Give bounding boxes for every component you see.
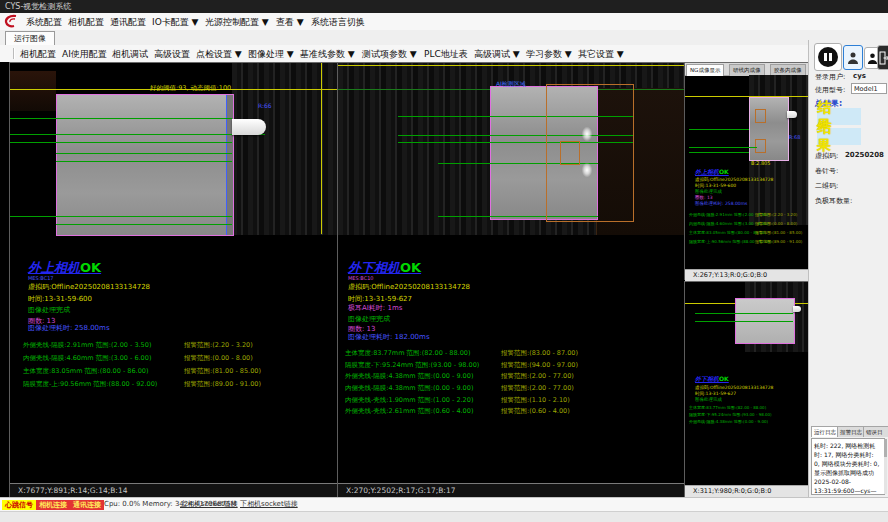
camera-panel-lower-outer: AI检测区域 外下相机OK MES:BC10 虚拟码:Offline202502… [337, 62, 684, 497]
camera-title: 外上相机OK [695, 169, 729, 176]
measurement-text: 外侧壳线-隔膜:4.38mm 范围:(0.00 - 9.00) [689, 420, 768, 424]
alarm-range-text: 报警范围:(89.00 - 91.00) [184, 381, 261, 388]
measurement-text: 主体宽度:83.77mm 范围:(82.00 - 88.00) [345, 350, 470, 357]
tool-image-processing[interactable]: 图像处理 ▼ [248, 48, 294, 61]
menu-item-view[interactable]: 查看 ▼ [276, 16, 304, 29]
tool-baseline-params[interactable]: 基准线参数 ▼ [300, 48, 355, 61]
ai-detection-subrect [755, 109, 766, 123]
alarm-range-text: 报警范围:(1.10 - 2.10) [501, 397, 570, 404]
measurement-text: 内侧壳线-隔膜:4.38mm 范围:(0.00 - 9.00) [345, 385, 473, 392]
menu-item-system-config[interactable]: 系统配置 [26, 16, 62, 29]
camera-name: 外下相机 [695, 375, 719, 382]
overlay-line [10, 142, 232, 143]
window-title: CYS-视觉检测系统 [5, 2, 71, 11]
tool-advanced-settings[interactable]: 高级设置 [154, 48, 190, 61]
ai-elapsed-line: 极耳AI耗时: 1ms [348, 305, 402, 313]
tab-alarm-log[interactable]: 报警日志 [837, 426, 865, 437]
ai-detection-subrect [755, 139, 766, 153]
qr-code-label: 二维码: [815, 181, 838, 191]
battery-photo[interactable] [56, 94, 234, 236]
ai-region-label: AI检测区域 [496, 81, 526, 88]
tool-test-params[interactable]: 测试项参数 ▼ [362, 48, 417, 61]
login-user-label: 登录用户: [815, 72, 845, 82]
model-value-box[interactable]: Model1 [851, 83, 887, 94]
camera-status-badge: 相机连接 [36, 500, 70, 510]
reflection-glint [582, 163, 592, 177]
result-ok-label: OK [400, 260, 421, 275]
overlay-line [321, 63, 322, 234]
pause-icon [818, 47, 838, 67]
tool-learning-params[interactable]: 学习参数 ▼ [526, 48, 572, 61]
result-ok-label: OK [80, 260, 101, 275]
overlay-line [56, 153, 232, 154]
exit-button[interactable] [877, 45, 888, 70]
alarm-range-text: 报警范围:(83.00 - 87.00) [501, 350, 578, 357]
user-login-button[interactable] [843, 45, 863, 70]
measurement-text: 内侧壳线-壳线:1.90mm 范围:(1.00 - 2.20) [345, 397, 473, 404]
exit-door-icon [879, 51, 888, 65]
ng-preview-panel: NG成像显示 研线内成像 胶条内成像 R:68 B:2.805 外上相机OK 虚… [684, 62, 810, 280]
heartbeat-status-badge: 心跳信号 [2, 500, 36, 510]
overlay-line [685, 96, 811, 97]
measurement-text: 内侧壳线-隔膜:4.60mm 范围:(3.00 - 6.00) [23, 355, 151, 362]
model-label: 使用型号: [815, 85, 845, 95]
tab-run-image[interactable]: 运行图像 [5, 31, 55, 45]
overlay-line [56, 224, 232, 225]
threshold-overlay-label: 好的阈值:93, 动态阈值:100 [150, 85, 231, 92]
measurement-text: 外侧壳线-壳线:2.61mm 范围:(0.60 - 4.00) [345, 408, 473, 415]
pixel-coordinate-readout: X:7677;Y:891;R:14;G:14;B:14 [10, 483, 337, 497]
alarm-range-text: 报警范围:(2.20 - 3.20) [184, 342, 253, 349]
tab-run-log[interactable]: 运行日志 [811, 426, 839, 437]
pause-button[interactable] [814, 43, 842, 71]
menu-item-language-switch[interactable]: 系统语言切换 [311, 16, 365, 29]
tool-camera-debug[interactable]: 相机调试 [112, 48, 148, 61]
tool-ai-config[interactable]: AI使用配置 [62, 48, 107, 61]
toolbar: 相机配置 AI使用配置 相机调试 高级设置 点检设置 ▼ 图像处理 ▼ 基准线参… [0, 45, 888, 63]
tool-spot-check[interactable]: 点检设置 ▼ [196, 48, 242, 61]
overlay-line [10, 118, 232, 119]
menu-bar: 系统配置 相机配置 通讯配置 IO卡配置 ▼ 光源控制配置 ▼ 查看 ▼ 系统语… [0, 13, 888, 31]
winding-pin-label: 卷针号: [815, 166, 838, 176]
menu-item-camera-config[interactable]: 相机配置 [68, 16, 104, 29]
lower-camera-socket-link[interactable]: 下相机socket链接 [240, 501, 298, 509]
mes-tag: MES:BC17 [28, 276, 54, 282]
mes-tag: MES:BC10 [348, 276, 374, 282]
overlay-line [689, 129, 749, 130]
alarm-range-text: 报警范围:(94.00 - 97.00) [501, 362, 578, 369]
virtual-code-value: 20250208 [845, 151, 884, 159]
tab-error-log[interactable]: 错误日志 [863, 426, 888, 437]
upper-camera-socket-link[interactable]: 上相机socket链接 [180, 501, 238, 509]
result-ok-label: OK [719, 168, 729, 175]
virtual-code-label: 虚拟码: [815, 151, 838, 161]
camera-title: 外上相机OK [28, 261, 101, 275]
tab-ng-display[interactable]: NG成像显示 [686, 64, 724, 76]
tool-other-settings[interactable]: 其它设置 ▼ [578, 48, 624, 61]
measurement-text: 主体宽度:83.77mm 范围:(82.00 - 88.00) [689, 406, 766, 410]
separator-tab-blob [793, 306, 801, 312]
process-done-line: 图像处理完成 [348, 316, 390, 324]
result-display-lower: 结 果 [817, 128, 861, 145]
title-bar[interactable]: CYS-视觉检测系统 [0, 0, 888, 13]
comm-status-badge: 通讯连接 [70, 500, 104, 510]
overlay-line [10, 134, 265, 135]
coords-text: X:311;Y:980;R:0;G:0;B:0 [693, 487, 771, 495]
measurement-text: 隔膜宽度-下:95.24mm 范围:(93.00 - 98.00) [345, 362, 479, 369]
tool-camera-config[interactable]: 相机配置 [20, 48, 56, 61]
machinery-corner [10, 71, 56, 111]
overlay-line [56, 161, 232, 162]
pixel-coordinate-readout: X:311;Y:980;R:0;G:0;B:0 [685, 485, 810, 497]
separator-tab-blob [232, 119, 266, 135]
coords-text: X:270;Y:2502;R:17;G:17;B:17 [346, 486, 455, 495]
log-scrollbar-thumb[interactable] [884, 439, 887, 457]
measurement-text: 主体宽度:83.05mm 范围:(80.00 - 86.00) [23, 368, 148, 375]
tool-plc-address[interactable]: PLC地址表 [424, 48, 468, 61]
alarm-range-text: 报警范围:(0.60 - 4.00) [501, 408, 570, 415]
menu-item-io-config[interactable]: IO卡配置 ▼ [152, 16, 199, 29]
toolbar-grip[interactable] [13, 48, 15, 59]
alarm-range-text: 报警范围:(0.00 - 8.00) [184, 355, 253, 362]
menu-item-comm-config[interactable]: 通讯配置 [110, 16, 146, 29]
menu-item-light-config[interactable]: 光源控制配置 ▼ [205, 16, 269, 29]
coords-text: X:7677;Y:891;R:14;G:14;B:14 [18, 486, 127, 495]
tool-advanced-debug[interactable]: 高级调试 ▼ [474, 48, 520, 61]
elapsed-line: 图像处理耗时: 258.00ms [695, 202, 747, 207]
